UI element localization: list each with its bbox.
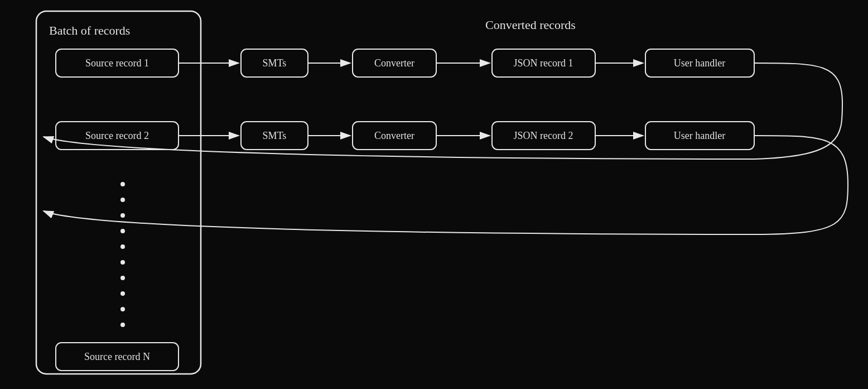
svg-point-25 xyxy=(120,260,125,265)
user-handler-2-label: User handler xyxy=(674,130,725,141)
svg-point-20 xyxy=(120,182,125,186)
svg-point-24 xyxy=(120,244,125,249)
svg-point-29 xyxy=(120,323,125,327)
smts-1-label: SMTs xyxy=(263,57,287,69)
converted-records-label: Converted records xyxy=(485,18,576,32)
svg-point-27 xyxy=(120,291,125,296)
json-record-1-label: JSON record 1 xyxy=(514,57,573,69)
svg-point-28 xyxy=(120,307,125,311)
diagram-svg: Batch of records Converted records Sourc… xyxy=(0,0,868,389)
converter-1-label: Converter xyxy=(374,57,414,69)
user-handler-1-label: User handler xyxy=(674,57,725,69)
svg-point-21 xyxy=(120,198,125,202)
source-record-2-label: Source record 2 xyxy=(85,130,149,141)
converter-2-label: Converter xyxy=(374,130,414,141)
smts-2-label: SMTs xyxy=(263,130,287,141)
source-record-n-label: Source record N xyxy=(84,351,150,362)
json-record-2-label: JSON record 2 xyxy=(514,130,573,141)
svg-point-23 xyxy=(120,229,125,233)
source-record-1-label: Source record 1 xyxy=(85,57,149,69)
diagram-container: Batch of records Converted records Sourc… xyxy=(0,0,868,389)
batch-of-records-label: Batch of records xyxy=(49,23,130,37)
svg-point-26 xyxy=(120,276,125,280)
svg-point-22 xyxy=(120,213,125,218)
